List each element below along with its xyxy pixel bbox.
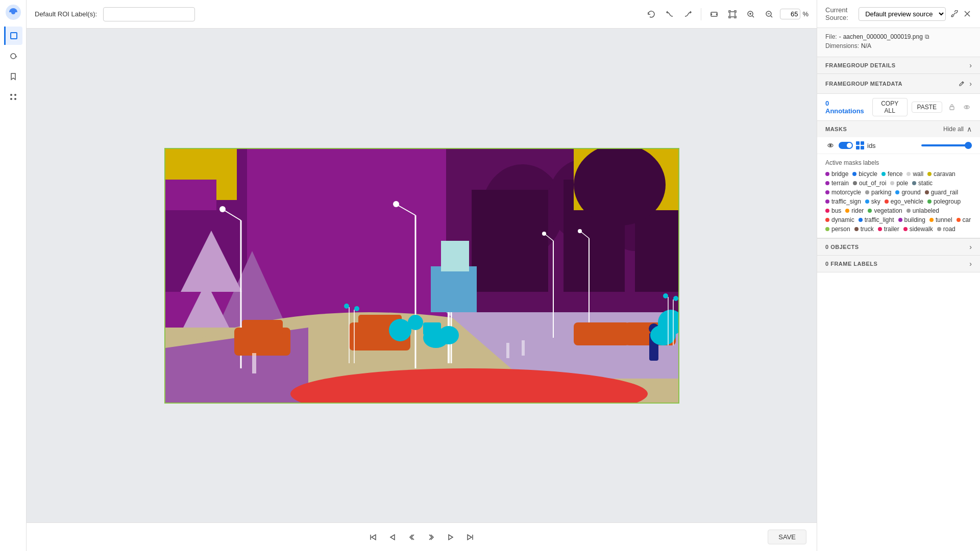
hide-all-btn[interactable]: Hide all <box>943 126 964 133</box>
framegroup-metadata-section[interactable]: FRAMEGROUP METADATA › <box>817 74 980 94</box>
svg-point-3 <box>11 54 16 59</box>
label-item-unlabeled: unlabeled <box>906 207 939 214</box>
framegroup-details-title: FRAMEGROUP DETAILS <box>825 62 896 68</box>
label-item-guard_rail: guard_rail <box>925 189 958 196</box>
svg-rect-68 <box>522 340 525 356</box>
svg-rect-9 <box>730 12 735 17</box>
reset-btn[interactable] <box>644 7 659 22</box>
label-item-bus: bus <box>825 207 841 214</box>
svg-point-6 <box>10 98 12 100</box>
lock-btn[interactable] <box>946 101 957 114</box>
link-icon-btn[interactable] <box>950 7 959 21</box>
label-item-caravan: caravan <box>927 170 955 178</box>
svg-point-64 <box>438 326 459 344</box>
label-item-vegetation: vegetation <box>868 207 902 214</box>
label-item-sky: sky <box>865 198 880 205</box>
undo-btn[interactable] <box>662 7 677 22</box>
mask-ids-row: ids <box>817 137 980 154</box>
step-back-btn[interactable] <box>404 530 420 545</box>
objects-header[interactable]: 0 OBJECTS › <box>817 239 980 255</box>
save-button[interactable]: SAVE <box>768 530 806 544</box>
label-item-trailer: trailer <box>878 226 899 233</box>
close-icon-btn[interactable] <box>963 7 972 21</box>
framegroup-details-section[interactable]: FRAMEGROUP DETAILS › <box>817 57 980 74</box>
prev-frame-btn[interactable] <box>385 530 400 545</box>
masks-header[interactable]: MASKS Hide all ∧ <box>817 121 980 137</box>
visibility-btn[interactable] <box>961 101 972 114</box>
redo-btn[interactable] <box>680 7 696 22</box>
edit-metadata-btn[interactable] <box>956 78 967 89</box>
top-toolbar: Default ROI Label(s): <box>27 0 817 29</box>
label-item-fence: fence <box>881 170 902 178</box>
copy-filename-btn[interactable]: ⧉ <box>925 33 929 40</box>
current-source-label: Current Source: <box>825 6 854 21</box>
mask-grid-icon <box>856 141 864 149</box>
svg-rect-2 <box>11 33 17 39</box>
svg-rect-8 <box>711 12 717 16</box>
file-prefix: - <box>839 33 841 40</box>
last-frame-btn[interactable] <box>462 530 478 545</box>
zoom-in-btn[interactable] <box>743 7 758 22</box>
zoom-out-btn[interactable] <box>762 7 777 22</box>
label-item-traffic_sign: traffic_sign <box>825 198 861 205</box>
copy-all-btn[interactable]: COPY ALL <box>872 98 908 116</box>
label-item-bicycle: bicycle <box>852 170 877 178</box>
sidebar-icon-points[interactable] <box>4 88 22 106</box>
right-header: Current Source: Default preview source <box>817 0 980 28</box>
first-frame-btn[interactable] <box>365 530 381 545</box>
main-area: Default ROI Label(s): <box>27 0 817 551</box>
svg-rect-66 <box>252 353 256 373</box>
labels-grid: bridgebicyclefencewallcaravanterrainout_… <box>825 170 972 233</box>
mask-slider-container <box>921 144 972 146</box>
sidebar-icon-lasso[interactable] <box>4 47 22 65</box>
svg-rect-24 <box>165 180 216 210</box>
file-label: File: <box>825 33 837 40</box>
objects-section: 0 OBJECTS › <box>817 239 980 256</box>
label-item-building: building <box>898 216 925 223</box>
roi-label: Default ROI Label(s): <box>35 10 97 18</box>
active-masks-title: Active masks labels <box>825 159 972 166</box>
zoom-display: 65 % <box>780 9 808 19</box>
frame-labels-section: 0 FRAME LABELS › <box>817 256 980 272</box>
roi-input[interactable] <box>103 7 195 21</box>
svg-point-5 <box>14 94 16 96</box>
fit-all-btn[interactable] <box>725 7 740 22</box>
mask-toggle[interactable] <box>839 142 853 149</box>
svg-point-37 <box>393 201 399 207</box>
frame-labels-title: 0 FRAME LABELS <box>825 261 877 267</box>
svg-point-76 <box>673 296 678 301</box>
masks-title: MASKS <box>825 126 847 132</box>
svg-rect-45 <box>242 320 283 335</box>
file-info: File: - aachen_000000_000019.png ⧉ Dimen… <box>817 28 980 57</box>
step-forward-btn[interactable] <box>424 530 439 545</box>
frame-labels-header[interactable]: 0 FRAME LABELS › <box>817 256 980 272</box>
mask-eye-btn[interactable] <box>825 140 836 151</box>
next-frame-btn[interactable] <box>443 530 458 545</box>
source-select[interactable]: Default preview source <box>859 7 946 21</box>
svg-point-74 <box>663 293 668 298</box>
svg-point-55 <box>408 315 423 330</box>
label-item-sidewalk: sidewalk <box>903 226 933 233</box>
label-item-bridge: bridge <box>825 170 848 178</box>
svg-point-65 <box>650 325 676 345</box>
label-item-traffic_light: traffic_light <box>859 216 894 223</box>
mask-opacity-slider[interactable] <box>921 144 972 146</box>
left-sidebar <box>0 0 27 551</box>
image-canvas <box>164 148 679 404</box>
paste-btn[interactable]: PASTE <box>912 102 942 113</box>
label-item-dynamic: dynamic <box>825 216 854 223</box>
label-item-parking: parking <box>865 189 891 196</box>
label-item-person: person <box>825 226 850 233</box>
fit-width-btn[interactable] <box>706 7 722 22</box>
label-item-ego_vehicle: ego_vehicle <box>885 198 923 205</box>
framegroup-details-chevron: › <box>969 61 972 69</box>
label-item-polegroup: polegroup <box>927 198 961 205</box>
sidebar-icon-bookmark[interactable] <box>4 67 22 86</box>
sidebar-icon-select[interactable] <box>4 27 22 45</box>
objects-chevron: › <box>969 243 972 251</box>
zoom-input[interactable]: 65 <box>780 9 800 19</box>
canvas-area[interactable] <box>27 29 817 522</box>
svg-point-70 <box>344 304 349 309</box>
label-item-pole: pole <box>890 180 908 187</box>
annotations-bar: 0 Annotations COPY ALL PASTE <box>817 94 980 121</box>
